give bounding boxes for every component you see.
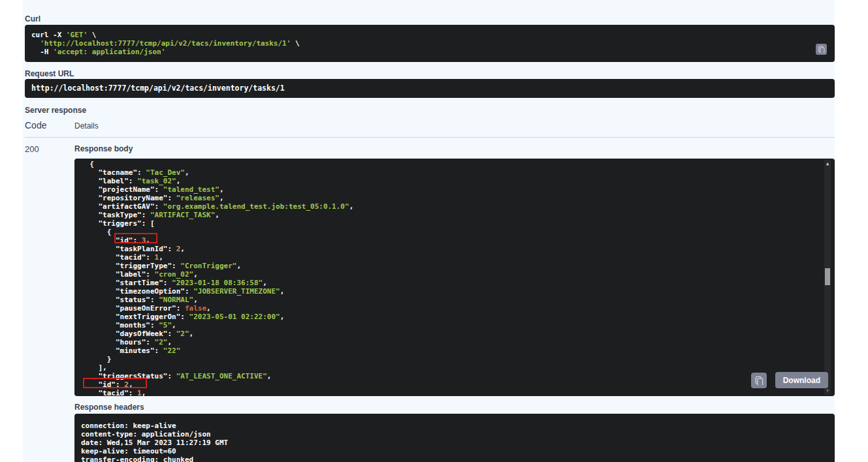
responses-table: Code Details 200 Response body { "tacnam…: [25, 120, 835, 462]
details-column-header: Details: [74, 121, 99, 131]
scrollbar-thumb[interactable]: [825, 268, 830, 285]
response-body-label: Response body: [74, 144, 835, 153]
response-details: Response body { "tacname": "Tac_Dev", "l…: [74, 144, 835, 462]
download-button[interactable]: Download: [775, 372, 828, 388]
response-headers-label: Response headers: [74, 403, 835, 412]
response-body-scrollbar[interactable]: ▲ ▼: [824, 160, 831, 395]
curl-label: Curl: [25, 14, 835, 23]
copy-icon: [818, 46, 825, 53]
operation-body: Curl curl -X 'GET' \ 'http://localhost:7…: [23, 0, 835, 462]
annotation-box-id-3: [114, 233, 157, 243]
response-row: 200 Response body { "tacname": "Tac_Dev"…: [25, 144, 835, 462]
response-body-json: { "tacname": "Tac_Dev", "label": "task_0…: [81, 160, 815, 396]
response-headers-block: connection: keep-alive content-type: app…: [74, 414, 835, 462]
request-url-value: http://localhost:7777/tcmp/api/v2/tacs/i…: [25, 79, 835, 98]
server-response-label: Server response: [25, 106, 835, 115]
response-body-block: { "tacname": "Tac_Dev", "label": "task_0…: [74, 159, 835, 396]
code-column-header: Code: [25, 120, 74, 131]
response-headers-text: connection: keep-alive content-type: app…: [81, 422, 828, 462]
status-code: 200: [25, 144, 74, 462]
copy-response-button[interactable]: [751, 373, 767, 388]
curl-command-block: curl -X 'GET' \ 'http://localhost:7777/t…: [25, 25, 835, 62]
annotation-box-id-2: [83, 378, 147, 388]
request-url-label: Request URL: [25, 69, 835, 78]
copy-curl-button[interactable]: [816, 44, 827, 55]
copy-icon: [754, 376, 764, 385]
swagger-response-section: Curl curl -X 'GET' \ 'http://localhost:7…: [0, 0, 868, 462]
response-body-controls: Download: [751, 372, 828, 388]
scroll-down-arrow-icon[interactable]: ▼: [824, 388, 831, 393]
scroll-up-arrow-icon[interactable]: ▲: [824, 161, 831, 166]
curl-command-text: curl -X 'GET' \ 'http://localhost:7777/t…: [31, 31, 806, 56]
responses-table-header: Code Details: [25, 120, 835, 138]
